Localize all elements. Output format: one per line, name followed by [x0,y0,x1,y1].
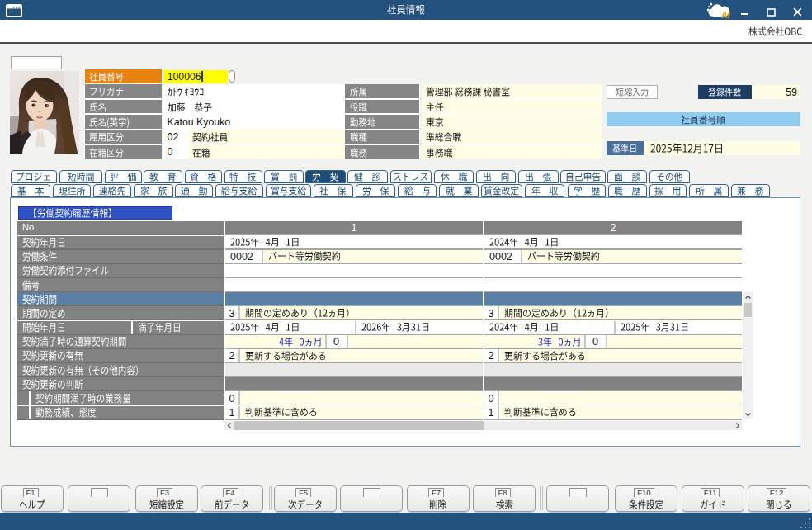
svg-text:AI: AI [720,9,731,19]
